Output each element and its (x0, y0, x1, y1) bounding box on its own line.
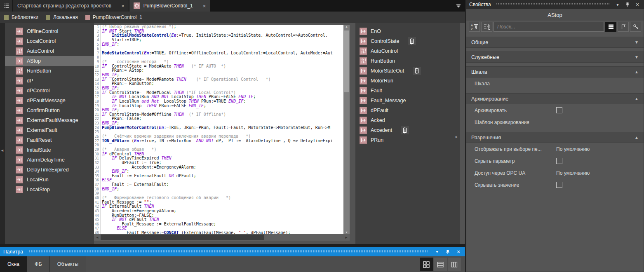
input-item-externalfault[interactable]: ExternalFault (5, 125, 94, 135)
key-filter-button[interactable] (630, 22, 641, 32)
code-line[interactable]: TON_dPAlarm (En:=True, IN :=MotorRun AND… (102, 139, 343, 143)
register-doc-icon[interactable] (408, 37, 416, 45)
output-item-motorrun[interactable]: MotorRun (355, 76, 460, 86)
palette-tab-windows[interactable]: Окна (0, 256, 27, 272)
tab-pumpblowercontrol[interactable]: PumpBlowerControl_1 × (129, 0, 210, 12)
code-line[interactable]: Fault_Message := ExternalFaultMessage; (102, 222, 343, 227)
code-line[interactable]: PRun:= AStop; (102, 68, 343, 73)
input-item-delaytimeexpired[interactable]: DelayTimeExpired (5, 165, 94, 175)
code-line[interactable]: Fault := ExternalFault; (102, 183, 343, 187)
input-item-runbutton[interactable]: RunButton (5, 66, 94, 76)
code-editor[interactable]: 1234567891011121314151617181920212223242… (94, 25, 350, 241)
tab-close-icon[interactable]: × (203, 3, 206, 9)
chevron-down-icon[interactable]: ▼ (635, 55, 639, 59)
palette-tab-fb[interactable]: ФБ (27, 256, 50, 272)
view-table-button[interactable] (434, 258, 447, 271)
view-grid-button[interactable] (420, 258, 433, 271)
vertical-scroll-thumb[interactable] (344, 30, 349, 92)
drag-texture[interactable] (29, 250, 428, 253)
property-section-общие[interactable]: Общие▼ (466, 37, 644, 48)
scroll-left-icon[interactable]: ◄ (94, 236, 101, 239)
output-item-fault_message[interactable]: Fault_Message (355, 96, 460, 106)
flag-filter-button[interactable] (618, 22, 629, 32)
chevron-up-icon[interactable]: ▲ (635, 135, 639, 140)
property-value[interactable]: По умолчанию (551, 167, 644, 179)
input-item-confirmbutton[interactable]: ConfirmButton (5, 106, 94, 115)
scroll-up-icon[interactable]: ▲ (343, 25, 350, 28)
code-line[interactable]: Fault := ExternalFault OR dPFault; (102, 174, 343, 178)
tab-close-icon[interactable]: × (121, 3, 125, 9)
chevron-down-icon[interactable]: ▼ (635, 40, 639, 45)
output-item-controlstate[interactable]: ControlState (355, 36, 460, 46)
input-item-dp[interactable]: dP (5, 76, 94, 86)
output-item-eno[interactable]: EnO (355, 26, 460, 36)
drag-texture[interactable] (496, 3, 609, 7)
input-item-dpfaultmessage[interactable]: dPFaultMessage (5, 96, 94, 106)
properties-close-icon[interactable]: × (634, 1, 641, 8)
palette-header[interactable]: Палитра ▾ × (0, 247, 465, 256)
register-doc-icon[interactable] (413, 67, 421, 75)
chevron-up-icon[interactable]: ▲ (635, 70, 639, 74)
code-line[interactable]: END_IF; (102, 187, 343, 192)
input-item-initialstate[interactable]: InitialState (5, 145, 94, 155)
property-section-разрешения[interactable]: Разрешения▲ (466, 132, 644, 143)
property-section-архивирование[interactable]: Архивирование▲ (466, 93, 644, 104)
output-item-prun[interactable]: PRun (355, 135, 460, 145)
code-line[interactable]: Accedent:=Emergency#Alarm; (102, 165, 343, 170)
code-line[interactable]: PumpBlowerMotorControl(En:=TRUE, JRun:=P… (102, 126, 343, 130)
breadcrumb-item-pumpblowercontrol[interactable]: PumpBlowerControl_1 (85, 14, 142, 20)
output-item-fault[interactable]: Fault (355, 86, 460, 96)
code-line[interactable]: Start:=TRUE; (102, 38, 343, 42)
horizontal-scroll-thumb[interactable] (101, 234, 264, 240)
input-item-externalfaultmessage[interactable]: ExternalFaultMessage (5, 115, 94, 125)
input-item-autocontrol[interactable]: AutoControl (5, 46, 94, 56)
view-columns-button[interactable] (448, 258, 461, 271)
palette-close-icon[interactable]: × (455, 249, 462, 255)
chevron-up-icon[interactable]: ▲ (635, 96, 639, 101)
collapse-left-arrow[interactable]: ◄ (0, 148, 4, 152)
property-value[interactable] (551, 116, 644, 128)
register-doc-icon[interactable] (401, 126, 409, 134)
output-item-accedent[interactable]: Accedent (355, 125, 460, 135)
input-item-astop[interactable]: AStop (5, 56, 94, 66)
property-value[interactable] (551, 155, 644, 167)
output-item-acked[interactable]: Acked (355, 115, 460, 125)
input-item-offlinecontrol[interactable]: OfflineControl (5, 26, 94, 36)
input-item-alarmdelaytime[interactable]: AlarmDelayTime (5, 155, 94, 165)
code-line[interactable]: END_IF; (102, 42, 343, 47)
property-value[interactable]: По умолчанию (551, 143, 644, 155)
palette-pin-icon[interactable] (444, 249, 451, 254)
output-item-autocontrol[interactable]: AutoControl (355, 46, 460, 56)
palette-tab-objects[interactable]: Объекты (50, 256, 87, 272)
output-item-runbutton[interactable]: RunButton (355, 56, 460, 66)
property-value[interactable] (551, 179, 644, 191)
vertical-scrollbar[interactable]: ▲ ▼ (343, 25, 350, 234)
properties-menu-icon[interactable]: ▾ (614, 2, 621, 7)
property-section-служебные[interactable]: Служебные▼ (466, 52, 644, 63)
show-rows-button[interactable] (605, 22, 616, 32)
tab-overflow-button[interactable] (454, 2, 463, 10)
code-line[interactable]: PRun:=False; (102, 117, 343, 121)
checkbox[interactable] (556, 182, 562, 188)
checkbox[interactable] (556, 158, 562, 164)
code-text[interactable]: (* Выбор режима управления *);IF NOT Sta… (101, 25, 343, 234)
palette-menu-icon[interactable]: ▾ (434, 249, 440, 254)
sort-alphabetical-button[interactable]: A Z (469, 22, 480, 32)
output-item-motorstateout[interactable]: MotorStateOut (355, 66, 460, 76)
scroll-right-icon[interactable]: ► (343, 236, 350, 239)
breadcrumb-item-libraries[interactable]: Библиотеки (4, 14, 38, 20)
input-item-localrun[interactable]: LocalRun (5, 175, 94, 185)
code-line[interactable]: PRun:= RunButton; (102, 82, 343, 86)
horizontal-scrollbar[interactable]: ◄ ► (94, 234, 350, 241)
properties-search-input[interactable] (494, 22, 604, 32)
properties-pin-icon[interactable] (624, 2, 631, 7)
collapse-right-arrow[interactable]: ► (455, 135, 458, 139)
scroll-down-icon[interactable]: ▼ (343, 231, 350, 234)
code-line[interactable]: IF LocalStop THEN PRun:=FALSE END_IF; (102, 104, 343, 108)
breadcrumb-item-local[interactable]: Локальная (46, 14, 78, 20)
input-item-faultreset[interactable]: FaultReset (5, 135, 94, 145)
tab-list-button[interactable] (0, 0, 12, 12)
property-section-шкала[interactable]: Шкала▲ (466, 66, 644, 77)
property-value[interactable] (551, 104, 644, 116)
input-item-localstop[interactable]: LocalStop (5, 185, 94, 195)
